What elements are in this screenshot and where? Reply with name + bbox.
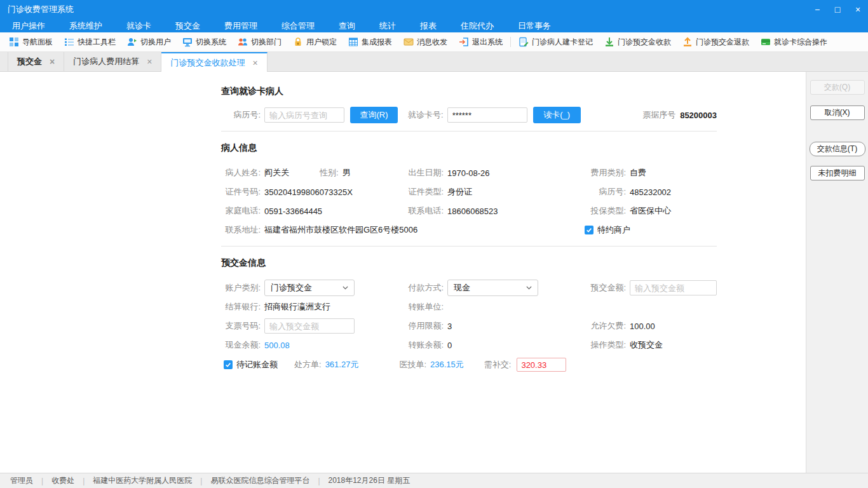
prepay-amount-input[interactable] xyxy=(630,280,717,295)
tab-label: 门诊病人费用结算 xyxy=(73,56,139,67)
toolbar-item-label: 切换系统 xyxy=(196,37,226,48)
maximize-button[interactable]: □ xyxy=(827,0,848,19)
toolbar-item-exit-system[interactable]: 退出系统 xyxy=(453,32,508,51)
toolbar-item-user-lock[interactable]: 用户锁定 xyxy=(287,32,342,51)
settle-bank-field: 结算银行: 招商银行瀛洲支行 xyxy=(221,301,400,313)
menu-item-fee-management[interactable]: 费用管理 xyxy=(212,19,269,32)
pay-info-button[interactable]: 交款信息(T) xyxy=(810,142,865,156)
id-number-field: 证件号码: 350204199806073325X xyxy=(221,186,400,198)
contact-phone-value: 18606068523 xyxy=(447,207,498,216)
patient-name-field: 病人姓名: 阎关关 性别: 男 xyxy=(221,167,400,179)
menu-item-system-maintenance[interactable]: 系统维护 xyxy=(57,19,114,32)
prepay-row-3: 支票号码: 停用限额: 3 允许欠费: 100.00 xyxy=(221,316,717,336)
toolbar-item-switch-system[interactable]: 切换系统 xyxy=(177,32,232,51)
pay-method-value: 现金 xyxy=(454,282,470,294)
tab-outpatient-fee-settlement[interactable]: 门诊病人费用结算 × xyxy=(64,52,161,71)
special-merchant-checkbox[interactable]: 特约商户 xyxy=(585,224,630,236)
tab-close-icon[interactable]: × xyxy=(252,58,257,67)
minimize-button[interactable]: − xyxy=(807,0,827,19)
operation-type-label: 操作类型: xyxy=(585,339,626,351)
receipt-label: 票据序号 xyxy=(642,109,675,121)
messages-icon xyxy=(403,37,414,47)
menu-item-daily-affairs[interactable]: 日常事务 xyxy=(506,19,563,32)
prepay-collection-form: 查询就诊卡病人 病历号: 查询(R) 就诊卡号: 读卡(_) 票据序号 8520… xyxy=(221,86,717,375)
menu-item-reports[interactable]: 报表 xyxy=(408,19,449,32)
query-button[interactable]: 查询(R) xyxy=(350,107,398,123)
id-type-value: 身份证 xyxy=(447,186,472,198)
settle-bank-label: 结算银行: xyxy=(221,301,261,313)
menu-item-visit-card[interactable]: 就诊卡 xyxy=(114,19,163,32)
id-type-label: 证件类型: xyxy=(400,186,444,198)
mrn-label: 病历号: xyxy=(221,109,261,121)
pay-button[interactable]: 交款(Q) xyxy=(810,80,865,95)
status-user-role: 管理员 xyxy=(10,475,33,486)
content-area: 查询就诊卡病人 病历号: 查询(R) 就诊卡号: 读卡(_) 票据序号 8520… xyxy=(0,72,868,473)
gender-value: 男 xyxy=(342,167,351,179)
statusbar-separator: | xyxy=(83,477,85,485)
tab-label: 预交金 xyxy=(17,56,42,67)
toolbar-item-patient-card-register[interactable]: 门诊病人建卡登记 xyxy=(513,32,599,51)
toolbar-item-switch-user[interactable]: 切换用户 xyxy=(121,32,177,51)
toolbar-item-integrated-reports[interactable]: 集成报表 xyxy=(342,32,398,51)
card-operations-icon xyxy=(761,37,771,47)
birth-date-field: 出生日期: 1970-08-26 xyxy=(400,167,585,179)
toolbar-item-label: 切换用户 xyxy=(140,37,171,48)
fee-type-label: 费用类别: xyxy=(585,167,626,179)
statusbar-separator: | xyxy=(41,477,43,485)
medtech-amount: 236.15元 xyxy=(430,359,464,370)
read-card-button[interactable]: 读卡(_) xyxy=(533,107,581,123)
menu-item-comprehensive-management[interactable]: 综合管理 xyxy=(269,19,327,32)
menu-item-user-operations[interactable]: 用户操作 xyxy=(0,19,57,32)
menu-item-prepay[interactable]: 预交金 xyxy=(163,19,212,32)
toolbar-item-nav-panel[interactable]: 导航面板 xyxy=(3,32,58,51)
special-merchant-label: 特约商户 xyxy=(597,224,630,236)
transfer-balance-field: 转账余额: 0 xyxy=(400,339,585,351)
menu-item-inpatient-agency[interactable]: 住院代办 xyxy=(449,19,506,32)
toolbar-item-card-operations[interactable]: 就诊卡综合操作 xyxy=(755,32,833,51)
account-type-select[interactable]: 门诊预交金 xyxy=(264,280,355,296)
undeducted-detail-button[interactable]: 未扣费明细 xyxy=(810,166,865,180)
contact-phone-field: 联系电话: 18606068523 xyxy=(400,205,585,217)
operation-type-value: 收预交金 xyxy=(630,339,663,351)
cancel-button[interactable]: 取消(X) xyxy=(810,105,865,120)
mrn-input[interactable] xyxy=(264,107,344,123)
section-divider xyxy=(221,246,717,247)
pending-amount-checkbox[interactable]: 待记账金额 xyxy=(224,359,278,370)
toolbar-item-label: 切换部门 xyxy=(251,37,281,48)
stop-limit-value: 3 xyxy=(447,322,452,331)
receipt-serial: 票据序号 85200003 xyxy=(642,109,717,121)
insurance-type-value: 省医保中心 xyxy=(630,205,671,217)
patient-mrn-label: 病历号: xyxy=(585,186,626,198)
prepay-amount-field: 预交金额: xyxy=(585,280,717,295)
card-number-input[interactable] xyxy=(447,107,527,123)
cash-balance-label: 现金余额: xyxy=(221,339,261,351)
query-row: 病历号: 查询(R) 就诊卡号: 读卡(_) 票据序号 85200003 xyxy=(221,107,717,123)
menu-item-statistics[interactable]: 统计 xyxy=(367,19,408,32)
toolbar-item-prepay-refund[interactable]: 门诊预交金退款 xyxy=(677,32,755,51)
prepay-amount-label: 预交金额: xyxy=(585,282,626,294)
address-field: 联系地址: 福建省福州市鼓楼区软件园G区6号楼5006 xyxy=(221,224,585,236)
toolbar-item-messages[interactable]: 消息收发 xyxy=(398,32,453,51)
toolbar-item-switch-department[interactable]: 切换部门 xyxy=(232,32,287,51)
tab-close-icon[interactable]: × xyxy=(50,57,55,66)
toolbar-item-label: 导航面板 xyxy=(22,37,53,48)
operation-type-field: 操作类型: 收预交金 xyxy=(585,339,717,351)
stop-limit-field: 停用限额: 3 xyxy=(400,320,585,332)
due-amount-input[interactable] xyxy=(517,358,566,372)
check-number-label: 支票号码: xyxy=(221,320,261,332)
toolbar-item-label: 就诊卡综合操作 xyxy=(774,37,827,48)
tab-prepay-collection-processing[interactable]: 门诊预交金收款处理 × xyxy=(161,52,267,72)
pay-method-select[interactable]: 现金 xyxy=(447,280,538,296)
home-phone-field: 家庭电话: 0591-33664445 xyxy=(221,205,400,217)
insurance-type-label: 投保类型: xyxy=(585,205,626,217)
toolbar-item-prepay-collect[interactable]: 门诊预交金收款 xyxy=(599,32,677,51)
check-number-input[interactable] xyxy=(264,318,355,334)
close-button[interactable]: × xyxy=(848,0,868,19)
menu-item-query[interactable]: 查询 xyxy=(327,19,367,32)
tab-close-icon[interactable]: × xyxy=(147,57,152,66)
chevron-down-icon xyxy=(526,286,532,290)
prepay-row-5: 待记账金额 处方单: 361.27元 医技单: 236.15元 需补交: xyxy=(221,355,717,375)
gender-label: 性别: xyxy=(320,167,339,179)
tab-prepay[interactable]: 预交金 × xyxy=(8,52,64,71)
toolbar-item-quick-toolbar[interactable]: 快捷工具栏 xyxy=(58,32,121,51)
